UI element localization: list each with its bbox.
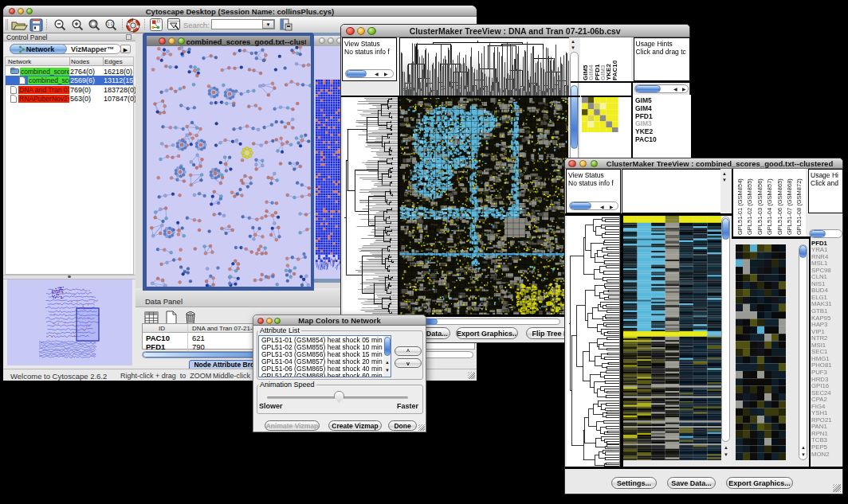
- svg-text:1:1: 1:1: [108, 21, 113, 26]
